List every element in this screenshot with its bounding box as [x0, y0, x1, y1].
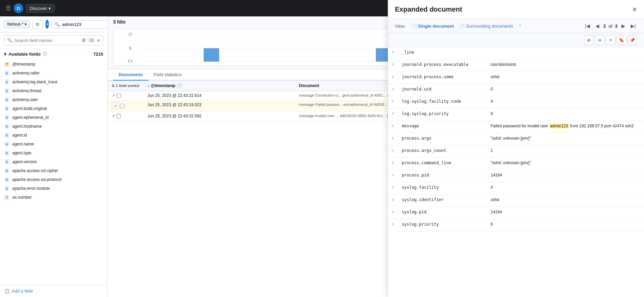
- row-checkbox[interactable]: [117, 94, 121, 98]
- add-filter-action-button[interactable]: ⊕: [584, 35, 593, 45]
- field-list-item[interactable]: k agent.type: [0, 148, 107, 157]
- expand-row-button[interactable]: ↗: [112, 93, 115, 98]
- field-value: "sshd: unknown [priv]": [487, 158, 644, 168]
- next-page-button[interactable]: ▶: [620, 23, 627, 29]
- row-checkbox[interactable]: [117, 114, 121, 118]
- last-page-button[interactable]: ▶|: [629, 23, 637, 29]
- table-cell-timestamp: Jun 25, 2023 @ 22:43:19.023: [143, 100, 295, 112]
- pagination: |◀ ◀ 2 of 3 ▶ ▶|: [584, 23, 637, 29]
- field-type-badge: k: [4, 97, 10, 102]
- field-list-item[interactable]: ⏱ @timestamp: [0, 60, 107, 69]
- field-filter-icon[interactable]: ⚙: [82, 38, 86, 43]
- discover-button[interactable]: Discover ▾: [26, 4, 55, 13]
- toggle-action-button[interactable]: 🔖: [617, 35, 626, 45]
- document-field-row: k process.command_line "sshd: unknown [p…: [388, 158, 644, 170]
- add-field-button[interactable]: 📋 Add a field: [0, 285, 107, 297]
- fields-search-area: 🔍 ⚙ 0 «: [0, 32, 107, 48]
- search-icon: 🔍: [7, 38, 12, 43]
- table-cell-timestamp: Jun 25, 2023 @ 22:43:22.614: [143, 91, 295, 100]
- index-pattern-button[interactable]: filebeat-* ▾: [4, 20, 30, 28]
- expand-row-button[interactable]: ↗: [112, 102, 119, 109]
- field-type-badge: k: [4, 115, 10, 120]
- document-field-row: # process.args_count 1: [388, 145, 644, 158]
- prev-page-button[interactable]: ◀: [594, 23, 601, 29]
- field-type-indicator: k: [388, 158, 398, 168]
- top-bar-left: ☰ D Discover ▾: [5, 3, 55, 13]
- table-cell-expand: ↗: [108, 91, 143, 100]
- svg-text:0: 0: [128, 59, 133, 63]
- field-name-label: agent.ephemeral_id: [12, 115, 49, 120]
- field-list-item[interactable]: k agent.hostname: [0, 122, 107, 131]
- field-type-badge: k: [4, 186, 10, 191]
- field-name-label: agent.type: [12, 151, 31, 155]
- field-type-badge: k: [4, 79, 10, 85]
- field-list-item[interactable]: k activemq.caller: [0, 69, 107, 77]
- field-list-item[interactable]: k activemq.thread: [0, 86, 107, 95]
- pin-action-button[interactable]: 📌: [628, 35, 637, 45]
- search-bar-area: filebeat-* ▾ ⚙ + 🔍: [0, 16, 107, 32]
- field-value: 4: [487, 96, 644, 107]
- field-value: Failed password for invalid user admin12…: [487, 121, 644, 131]
- search-input[interactable]: [62, 22, 108, 27]
- field-name-label: agent.build.original: [12, 106, 47, 111]
- surrounding-label: Surrounding documents: [466, 24, 513, 29]
- available-fields-label: Available fields: [9, 52, 41, 57]
- table-header-timestamp[interactable]: ↓ @timestamp 🕐: [143, 81, 295, 91]
- field-list-item[interactable]: # as.number: [0, 193, 107, 202]
- collapse-sidebar-button[interactable]: «: [97, 37, 100, 43]
- field-list-item[interactable]: k apache.error.module: [0, 184, 107, 193]
- available-fields-title: ▾ Available fields ⓘ: [4, 51, 47, 57]
- field-value: /usr/sbin/sshd: [487, 59, 644, 70]
- total-pages: 3: [615, 24, 617, 29]
- tab-documents[interactable]: Documents: [113, 69, 148, 81]
- field-list-item[interactable]: k agent.ephemeral_id: [0, 113, 107, 122]
- field-list-item[interactable]: k activemq.user: [0, 95, 107, 104]
- help-icon[interactable]: ?: [519, 24, 521, 28]
- expand-row-button[interactable]: ↗: [112, 114, 115, 118]
- field-search-input[interactable]: [14, 38, 80, 43]
- remove-filter-action-button[interactable]: ⊖: [595, 35, 604, 45]
- field-list-item[interactable]: k agent.version: [0, 157, 107, 166]
- table-cell-expand: ↗: [108, 100, 143, 112]
- expanded-document-panel: Expanded document ✕ View: 📄 Single docum…: [388, 0, 644, 297]
- field-list-item[interactable]: k activemq.log.stack_trace: [0, 77, 107, 86]
- filter-button[interactable]: ⚙: [32, 20, 43, 29]
- field-list-item[interactable]: k apache.access.ssl.protocol: [0, 175, 107, 184]
- add-filter-button[interactable]: +: [45, 20, 49, 29]
- surrounding-documents-tab[interactable]: 📄 Surrounding documents: [459, 24, 513, 29]
- field-list-item[interactable]: k agent.name: [0, 140, 107, 148]
- document-field-row: # _line: [388, 47, 644, 59]
- discover-label: Discover: [30, 6, 47, 11]
- field-list-item[interactable]: k agent.build.original: [0, 104, 107, 113]
- expanded-view-bar: View: 📄 Single document 📄 Surrounding do…: [388, 19, 644, 33]
- document-field-row: # syslog.facility 4: [388, 182, 644, 195]
- clock-icon: 🕐: [177, 83, 182, 88]
- page-of-label: of: [608, 24, 612, 29]
- field-name-label: apache.error.module: [12, 186, 50, 191]
- field-name: journald.uid: [398, 84, 487, 94]
- tab-field-statistics[interactable]: Field statistics: [148, 69, 187, 81]
- columns-action-button[interactable]: ≡: [606, 35, 615, 45]
- field-value: 6: [487, 219, 644, 229]
- first-page-button[interactable]: |◀: [584, 23, 591, 29]
- field-list-item[interactable]: k agent.id: [0, 131, 107, 140]
- field-type-indicator: #: [388, 195, 398, 205]
- document-field-row: # syslog.pid 14164: [388, 207, 644, 219]
- chevron-down-icon: ▾: [4, 52, 6, 57]
- close-button[interactable]: ✕: [632, 6, 637, 13]
- field-name: process.command_line: [398, 158, 487, 168]
- field-name-label: agent.id: [12, 133, 27, 138]
- row-checkbox[interactable]: [120, 104, 124, 108]
- field-type-indicator: #: [388, 47, 398, 57]
- table-cell-timestamp: Jun 25, 2023 @ 22:43:15.592: [143, 112, 295, 121]
- document-field-row: # syslog.identifier sshd: [388, 195, 644, 207]
- field-list-item[interactable]: k apache.access.ssl.cipher: [0, 166, 107, 175]
- field-type-indicator: #: [388, 219, 398, 229]
- document-field-row: # journald.process.name sshd: [388, 72, 644, 84]
- single-document-tab[interactable]: 📄 Single document: [411, 24, 454, 29]
- field-value: "sshd: unknown [priv]": [487, 133, 644, 143]
- field-type-indicator: #: [388, 109, 398, 119]
- field-type-badge: k: [4, 124, 10, 129]
- hamburger-icon[interactable]: ☰: [5, 4, 11, 12]
- available-fields-header[interactable]: ▾ Available fields ⓘ 7215: [0, 48, 107, 60]
